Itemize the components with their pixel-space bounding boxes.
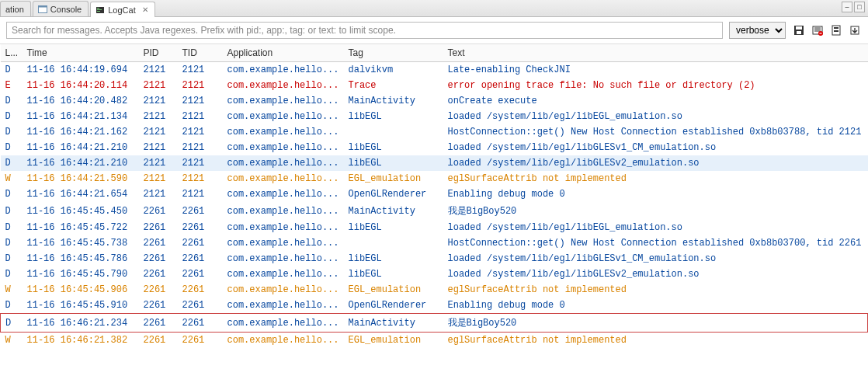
cell-pid: 2261: [139, 251, 178, 266]
cell-pid: 2261: [139, 298, 178, 314]
maximize-button[interactable]: □: [854, 2, 865, 12]
cell-level: D: [1, 314, 23, 333]
table-row[interactable]: D11-16 16:45:45.73822612261com.example.h…: [1, 235, 868, 251]
cell-tid: 2121: [178, 78, 223, 93]
svg-rect-5: [97, 11, 100, 12]
table-row[interactable]: D11-16 16:44:21.65421212121com.example.h…: [1, 186, 868, 202]
save-icon[interactable]: [792, 23, 806, 37]
cell-time: 11-16 16:45:45.790: [23, 266, 139, 282]
table-row[interactable]: D11-16 16:46:21.23422612261com.example.h…: [1, 314, 868, 333]
cell-tid: 2261: [178, 282, 223, 298]
col-tid[interactable]: TID: [178, 44, 223, 62]
table-row[interactable]: W11-16 16:44:21.59021212121com.example.h…: [1, 171, 868, 186]
cell-pid: 2121: [139, 155, 178, 171]
cell-text: eglSurfaceAttrib not implemented: [443, 171, 868, 186]
cell-time: 11-16 16:44:21.162: [23, 124, 139, 140]
cell-app: com.example.hello...: [223, 93, 344, 109]
table-row[interactable]: D11-16 16:44:21.13421212121com.example.h…: [1, 109, 868, 124]
export-icon[interactable]: [848, 23, 862, 37]
cell-tag: OpenGLRenderer: [344, 186, 443, 202]
minimize-button[interactable]: –: [842, 2, 852, 12]
cell-app: com.example.hello...: [223, 333, 344, 349]
col-level[interactable]: L...: [1, 44, 23, 62]
table-row[interactable]: W11-16 16:46:21.38222612261com.example.h…: [1, 333, 868, 349]
col-app[interactable]: Application: [223, 44, 344, 62]
tab-label: LogCat: [108, 5, 135, 15]
cell-tid: 2261: [178, 202, 223, 220]
cell-time: 11-16 16:44:21.210: [23, 155, 139, 171]
cell-text: HostConnection::get() New Host Connectio…: [443, 124, 868, 140]
tab-label: Console: [50, 5, 82, 14]
cell-time: 11-16 16:44:21.134: [23, 109, 139, 124]
cell-tag: libEGL: [344, 155, 443, 171]
table-row[interactable]: D11-16 16:45:45.79022612261com.example.h…: [1, 266, 868, 282]
cell-text: Late-enabling CheckJNI: [443, 62, 868, 78]
log-level-select[interactable]: verbose: [729, 22, 786, 39]
cell-level: D: [1, 220, 23, 235]
cell-tid: 2121: [178, 140, 223, 155]
cell-pid: 2261: [139, 333, 178, 349]
cell-level: D: [1, 266, 23, 282]
table-row[interactable]: D11-16 16:44:21.21021212121com.example.h…: [1, 155, 868, 171]
cell-tag: [344, 235, 443, 251]
col-pid[interactable]: PID: [139, 44, 178, 62]
cell-text: loaded /system/lib/egl/libGLESv1_CM_emul…: [443, 251, 868, 266]
cell-text: loaded /system/lib/egl/libGLESv2_emulati…: [443, 266, 868, 282]
svg-rect-8: [797, 31, 801, 34]
table-row[interactable]: D11-16 16:45:45.78622612261com.example.h…: [1, 251, 868, 266]
cell-pid: 2121: [139, 62, 178, 78]
cell-level: D: [1, 109, 23, 124]
cell-pid: 2121: [139, 171, 178, 186]
cell-tag: MainActivity: [344, 314, 443, 333]
cell-level: W: [1, 171, 23, 186]
cell-time: 11-16 16:44:21.210: [23, 140, 139, 155]
table-row[interactable]: D11-16 16:45:45.72222612261com.example.h…: [1, 220, 868, 235]
cell-text: Enabling debug mode 0: [443, 298, 868, 314]
tab-ation[interactable]: ation: [0, 1, 31, 16]
table-row[interactable]: W11-16 16:45:45.90622612261com.example.h…: [1, 282, 868, 298]
cell-tid: 2121: [178, 186, 223, 202]
svg-rect-1: [38, 5, 47, 7]
search-input[interactable]: [6, 22, 723, 39]
cell-tag: libEGL: [344, 266, 443, 282]
cell-level: W: [1, 333, 23, 349]
clear-log-icon[interactable]: [811, 23, 825, 37]
col-time[interactable]: Time: [23, 44, 139, 62]
svg-rect-7: [796, 26, 802, 30]
scroll-lock-icon[interactable]: [829, 23, 843, 37]
col-text[interactable]: Text: [443, 44, 868, 62]
cell-level: D: [1, 202, 23, 220]
toolbar: verbose: [0, 17, 868, 44]
tab-console[interactable]: Console: [33, 1, 89, 16]
cell-text: loaded /system/lib/egl/libEGL_emulation.…: [443, 109, 868, 124]
cell-text: loaded /system/lib/egl/libGLESv2_emulati…: [443, 155, 868, 171]
table-row[interactable]: D11-16 16:44:20.48221212121com.example.h…: [1, 93, 868, 109]
cell-tag: Trace: [344, 78, 443, 93]
cell-level: D: [1, 298, 23, 314]
table-row[interactable]: D11-16 16:44:21.16221212121com.example.h…: [1, 124, 868, 140]
cell-tag: libEGL: [344, 251, 443, 266]
table-row[interactable]: D11-16 16:45:45.91022612261com.example.h…: [1, 298, 868, 314]
cell-text: 我是BigBoy520: [443, 202, 868, 220]
svg-rect-17: [834, 30, 838, 32]
cell-tag: OpenGLRenderer: [344, 298, 443, 314]
cell-time: 11-16 16:44:19.694: [23, 62, 139, 78]
table-row[interactable]: D11-16 16:44:19.69421212121com.example.h…: [1, 62, 868, 78]
cell-app: com.example.hello...: [223, 266, 344, 282]
cell-level: D: [1, 251, 23, 266]
cell-tid: 2121: [178, 93, 223, 109]
table-row[interactable]: E11-16 16:44:20.11421212121com.example.h…: [1, 78, 868, 93]
cell-text: error opening trace file: No such file o…: [443, 78, 868, 93]
cell-tid: 2121: [178, 155, 223, 171]
tab-logcat[interactable]: LogCat ✕: [90, 2, 155, 17]
cell-pid: 2121: [139, 78, 178, 93]
cell-tid: 2261: [178, 266, 223, 282]
table-row[interactable]: D11-16 16:45:45.45022612261com.example.h…: [1, 202, 868, 220]
table-row[interactable]: D11-16 16:44:21.21021212121com.example.h…: [1, 140, 868, 155]
col-tag[interactable]: Tag: [344, 44, 443, 62]
cell-text: 我是BigBoy520: [443, 314, 868, 333]
tab-bar: ation Console LogCat ✕ – □: [0, 0, 868, 17]
close-icon[interactable]: ✕: [142, 5, 148, 14]
cell-level: D: [1, 140, 23, 155]
cell-app: com.example.hello...: [223, 124, 344, 140]
